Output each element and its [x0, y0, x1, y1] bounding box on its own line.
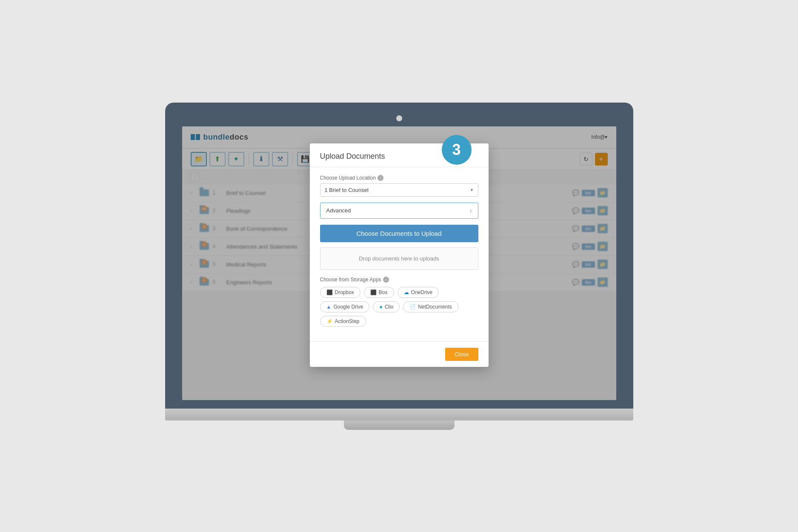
laptop-wrapper: bundledocs Info@▾ 📁 ⬆ ✦ ⬇ ⚒ 💾: [165, 103, 633, 430]
upload-location-label: Choose Upload Location i: [320, 175, 478, 181]
step-badge: 3: [442, 135, 472, 165]
advanced-toggle[interactable]: Advanced ›: [320, 203, 478, 219]
googledrive-icon: ▲: [326, 304, 332, 310]
laptop-camera: [396, 115, 402, 121]
storage-apps-label: Choose from Storage Apps i: [320, 277, 478, 283]
box-icon: ⬛: [370, 289, 377, 295]
close-button[interactable]: Close: [445, 348, 478, 361]
info-icon: i: [378, 175, 383, 181]
modal-footer: Close: [310, 341, 489, 367]
googledrive-button[interactable]: ▲ Google Drive: [320, 301, 370, 312]
laptop-screen-outer: bundledocs Info@▾ 📁 ⬆ ✦ ⬇ ⚒ 💾: [165, 103, 633, 409]
laptop-screen: bundledocs Info@▾ 📁 ⬆ ✦ ⬇ ⚒ 💾: [182, 126, 616, 400]
storage-info-icon: i: [383, 277, 389, 283]
clio-button[interactable]: ● Clio: [373, 301, 400, 312]
box-button[interactable]: ⬛ Box: [364, 287, 394, 298]
modal-overlay: 3 Upload Documents Choose Upload Locatio…: [182, 126, 616, 400]
location-select-wrapper: 1 Brief to Counsel ▼: [320, 183, 478, 197]
actionstep-button[interactable]: ⚡ ActionStep: [320, 316, 366, 327]
clio-icon: ●: [379, 304, 382, 310]
actionstep-icon: ⚡: [326, 318, 333, 324]
laptop-base: [165, 409, 633, 420]
onedrive-icon: ☁: [404, 289, 409, 295]
content-area: › › 1 Brief to Counsel 💬: [182, 170, 616, 400]
choose-documents-button[interactable]: Choose Documents to Upload: [320, 225, 478, 242]
netdoc-icon: 📄: [409, 304, 416, 310]
location-select[interactable]: 1 Brief to Counsel: [320, 183, 478, 197]
modal-body: Choose Upload Location i 1 Brief to Coun…: [310, 167, 489, 341]
app-container: bundledocs Info@▾ 📁 ⬆ ✦ ⬇ ⚒ 💾: [182, 126, 616, 400]
drop-zone[interactable]: Drop documents here to uploads: [320, 247, 478, 270]
netdocuments-button[interactable]: 📄 NetDocuments: [403, 301, 458, 312]
upload-modal: 3 Upload Documents Choose Upload Locatio…: [310, 143, 489, 367]
dropbox-icon: ⬛: [326, 289, 333, 295]
laptop-stand: [344, 420, 455, 430]
onedrive-button[interactable]: ☁ OneDrive: [398, 287, 439, 298]
dropbox-button[interactable]: ⬛ Dropbox: [320, 287, 360, 298]
chevron-right-icon: ›: [470, 207, 472, 214]
storage-apps-container: ⬛ Dropbox ⬛ Box ☁ OneDri: [320, 287, 478, 327]
